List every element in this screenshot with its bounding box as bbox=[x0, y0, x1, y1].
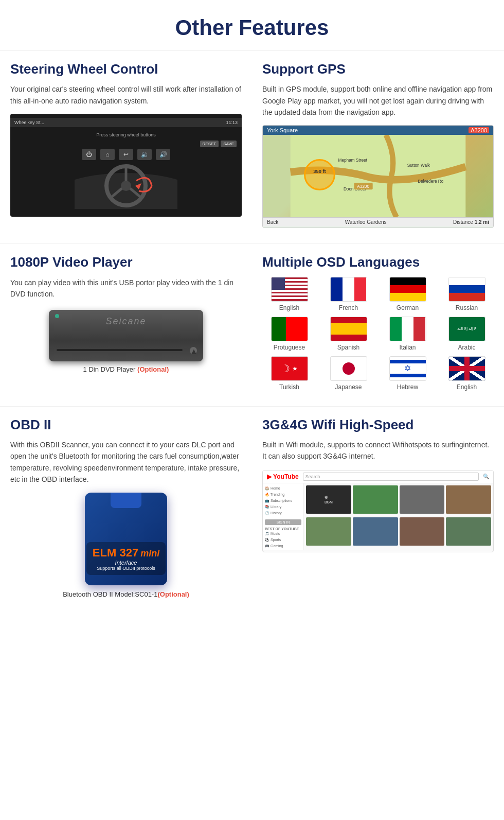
gps-map: 350 ft Mepham Street Sutton Walk Doon St… bbox=[263, 135, 493, 217]
sw-ctrl-vol-up: 🔊 bbox=[156, 149, 170, 160]
video-text: You can play video with this unit's USB … bbox=[10, 277, 242, 300]
yt-sidebar-history: 🕐 History bbox=[265, 510, 301, 516]
star-icon: ★ bbox=[292, 365, 298, 372]
gps-back: Back bbox=[267, 219, 278, 225]
yt-sidebar: 🏠 Home 🔥 Trending 📺 Subscriptions 📚 Libr… bbox=[263, 483, 304, 550]
sw-save-btn: SAVE bbox=[221, 141, 237, 147]
yt-search-bar: Search bbox=[303, 473, 479, 481]
dvd-caption: 1 Din DVD Player (Optional) bbox=[10, 365, 242, 373]
svg-text:A3200: A3200 bbox=[357, 185, 369, 189]
flag-item-hebrew: ✡ Hebrew bbox=[381, 356, 435, 391]
gps-svg: 350 ft Mepham Street Sutton Walk Doon St… bbox=[263, 135, 493, 217]
obd-mini-label: mini bbox=[140, 548, 159, 559]
steering-section: Steering Wheel Control Your original car… bbox=[0, 51, 252, 243]
obd-device: ELM 327 mini Interface Supports all OBDI… bbox=[85, 493, 167, 585]
wifi-text: Built in Wifi module, supports to connec… bbox=[262, 439, 494, 462]
flag-item-russian: Russian bbox=[440, 277, 494, 311]
obd-section: OBD II With this OBDII Scanner, you can … bbox=[0, 407, 252, 614]
dvd-brand-label: Seicane bbox=[49, 316, 203, 327]
sw-ctrl-back: ↩ bbox=[119, 149, 133, 160]
obd-label-box: ELM 327 mini Interface Supports all OBDI… bbox=[86, 542, 166, 575]
flag-label-english-uk: English bbox=[457, 383, 477, 391]
flag-germany bbox=[389, 277, 426, 302]
sw-ctrl-home: ⌂ bbox=[100, 149, 115, 160]
flag-label-spanish: Spanish bbox=[337, 344, 359, 351]
sw-prompt: Press steering wheel buttons bbox=[10, 132, 242, 137]
gps-text: Built in GPS module, support both online… bbox=[262, 83, 494, 118]
obd-text: With this OBDII Scanner, you can connect… bbox=[10, 439, 242, 485]
yt-cat-music: 🎵 Music bbox=[265, 531, 301, 537]
video-section: 1080P Video Player You can play video wi… bbox=[0, 244, 252, 406]
sw-ctrl-power: ⏻ bbox=[82, 149, 96, 160]
gps-bottom-bar: Back Waterloo Gardens Distance 1.2 mi bbox=[263, 217, 493, 226]
sw-ui-label: Wheelkey St... bbox=[14, 120, 44, 125]
yt-search-icon: 🔍 bbox=[483, 474, 489, 479]
yt-thumb-3 bbox=[400, 485, 445, 514]
flag-item-italian: Italian bbox=[381, 317, 435, 351]
flag-item-german: German bbox=[381, 277, 435, 311]
wifi-title: 3G&4G Wifi High-Speed bbox=[262, 417, 494, 433]
steering-text: Your original car's steering wheel contr… bbox=[10, 83, 242, 107]
gps-distance: Distance 1.2 mi bbox=[453, 219, 489, 225]
youtube-logo: ▶ YouTube bbox=[267, 473, 299, 480]
flag-item-english-uk: English bbox=[440, 356, 494, 391]
yt-cat-sports: ⚽ Sports bbox=[265, 537, 301, 543]
flag-russia bbox=[448, 277, 485, 302]
steering-svg bbox=[75, 152, 177, 209]
yt-thumb-5 bbox=[306, 517, 351, 546]
yt-sidebar-subs: 📺 Subscriptions bbox=[265, 498, 301, 504]
crescent-icon: ☽ bbox=[281, 362, 290, 375]
dvd-slot bbox=[57, 349, 183, 351]
flag-uk bbox=[448, 356, 485, 381]
flag-japan bbox=[330, 356, 367, 381]
obd-interface-label: Interface bbox=[93, 560, 159, 566]
flag-spain bbox=[330, 317, 367, 341]
sw-controls: ⏻ ⌂ ↩ 🔉 🔊 bbox=[82, 149, 170, 160]
flag-label-arabic: Arabic bbox=[458, 344, 475, 351]
yt-body: 🏠 Home 🔥 Trending 📺 Subscriptions 📚 Libr… bbox=[263, 483, 493, 550]
flag-label-hebrew: Hebrew bbox=[397, 383, 418, 391]
page-title: Other Features bbox=[0, 0, 504, 50]
israel-bottom-stripe bbox=[390, 374, 426, 377]
yt-thumb-4 bbox=[446, 485, 491, 514]
yt-sidebar-home: 🏠 Home bbox=[265, 485, 301, 492]
gps-section: Support GPS Built in GPS module, support… bbox=[252, 51, 504, 243]
flag-label-french: French bbox=[339, 304, 358, 311]
osd-title: Multiple OSD Languages bbox=[262, 254, 494, 270]
flag-saudi: لا إله إلا الله bbox=[448, 317, 485, 341]
israel-top-stripe bbox=[390, 360, 426, 363]
flag-label-japanese: Japanese bbox=[335, 383, 362, 391]
dvd-player: Seicane ▲ bbox=[49, 310, 203, 361]
svg-text:Mepham Street: Mepham Street bbox=[338, 158, 368, 163]
gps-title: Support GPS bbox=[262, 61, 494, 77]
gps-location: York Square bbox=[267, 127, 298, 133]
flag-italy bbox=[389, 317, 426, 341]
yt-signin-btn[interactable]: SIGN IN bbox=[265, 519, 301, 525]
yt-header: ▶ YouTube Search 🔍 bbox=[263, 470, 493, 483]
flag-item-french: French bbox=[321, 277, 375, 311]
japan-circle bbox=[343, 362, 355, 375]
dvd-eject-btn: ▲ bbox=[190, 347, 197, 354]
flag-france bbox=[330, 277, 367, 302]
flag-item-spanish: Spanish bbox=[321, 317, 375, 351]
flag-israel: ✡ bbox=[389, 356, 426, 381]
svg-text:Sutton Walk: Sutton Walk bbox=[407, 163, 430, 168]
svg-point-9 bbox=[305, 160, 335, 190]
dvd-wrapper: Seicane ▲ 1 Din DVD Player (Optional) bbox=[10, 310, 242, 373]
flags-grid: English French German Russian bbox=[262, 277, 494, 391]
flag-item-arabic: لا إله إلا الله Arabic bbox=[440, 317, 494, 351]
flag-item-turkish: ☽ ★ Turkish bbox=[262, 356, 316, 391]
svg-text:350 ft: 350 ft bbox=[313, 169, 326, 175]
sw-ui-bar: Wheelkey St... 11:13 bbox=[10, 118, 242, 127]
obd-supports-label: Supports all OBDII protocols bbox=[93, 566, 159, 571]
saudi-text: لا إله إلا الله bbox=[457, 326, 476, 331]
flag-item-english: English bbox=[262, 277, 316, 311]
yt-thumb-8 bbox=[446, 517, 491, 546]
flag-label-english: English bbox=[279, 304, 299, 311]
obd-connector bbox=[111, 493, 141, 508]
sw-reset-btn: RESET bbox=[200, 141, 219, 147]
osd-section: Multiple OSD Languages English bbox=[252, 244, 504, 406]
obd-caption: Bluetooth OBD II Model:SC01-1(Optional) bbox=[10, 590, 242, 598]
video-title: 1080P Video Player bbox=[10, 254, 242, 270]
sw-ui-time: 11:13 bbox=[226, 120, 238, 125]
